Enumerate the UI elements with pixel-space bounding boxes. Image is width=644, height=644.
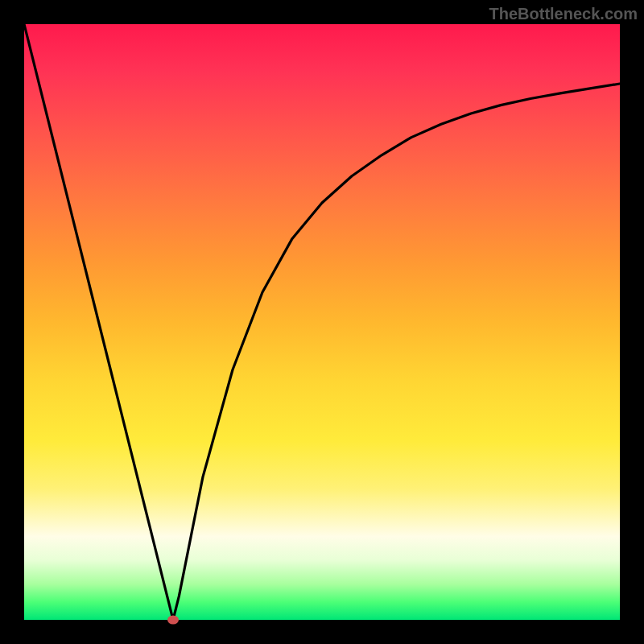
chart-svg: [24, 24, 620, 620]
chart-container: TheBottleneck.com: [0, 0, 644, 644]
watermark-label: TheBottleneck.com: [489, 5, 638, 23]
optimal-point-marker: [167, 616, 179, 625]
bottleneck-curve: [24, 24, 620, 620]
